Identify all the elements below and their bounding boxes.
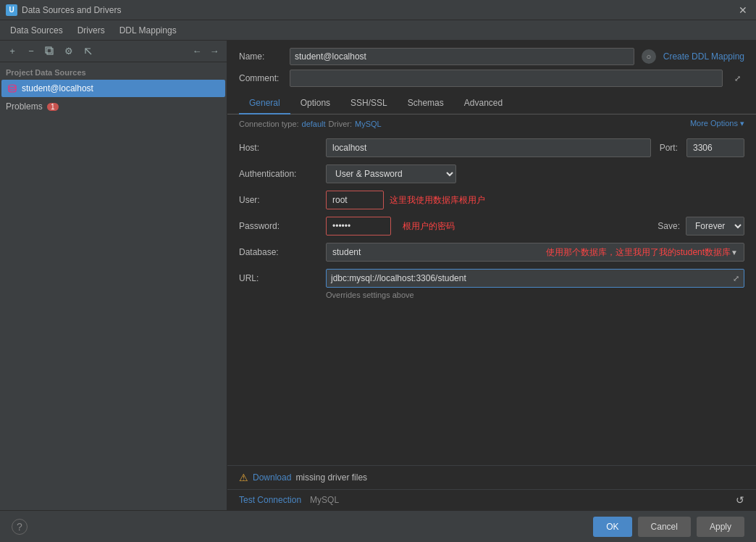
sidebar: + − ⚙ ← → Project Data Sources — [0, 41, 227, 510]
problems-section[interactable]: Problems 1 — [0, 97, 227, 116]
download-suffix: missing driver files — [295, 472, 367, 483]
title-bar: U Data Sources and Drivers ✕ — [0, 0, 756, 20]
test-connection-db: MySQL — [310, 495, 339, 505]
expand-icon[interactable]: ⤢ — [730, 71, 744, 86]
tabs-bar: General Options SSH/SSL Schemas Advanced — [227, 93, 756, 114]
export-button[interactable] — [80, 44, 96, 59]
problems-label: Problems — [6, 101, 43, 112]
host-label: Host: — [239, 143, 326, 153]
section-label: Project Data Sources — [0, 62, 227, 80]
tab-options[interactable]: Options — [290, 93, 340, 114]
settings-button[interactable]: ⚙ — [61, 44, 77, 59]
svg-rect-1 — [46, 47, 51, 53]
main-container: + − ⚙ ← → Project Data Sources — [0, 41, 756, 510]
bottom-bar: ? OK Cancel Apply — [0, 510, 756, 542]
duplicate-button[interactable] — [42, 44, 58, 59]
user-input[interactable] — [326, 191, 384, 209]
conn-type-value[interactable]: default — [302, 120, 326, 128]
database-value: student — [332, 247, 540, 257]
create-ddl-link[interactable]: Create DDL Mapping — [663, 51, 744, 62]
url-row: URL: jdbc:mysql://localhost:3306/student… — [239, 269, 744, 288]
name-label: Name: — [239, 51, 282, 62]
password-label: Password: — [239, 221, 326, 231]
user-row: User: 这里我使用数据库根用户 — [239, 191, 744, 209]
comment-row: Comment: ⤢ — [227, 70, 756, 93]
tab-general[interactable]: General — [239, 93, 290, 114]
host-input[interactable] — [326, 138, 651, 157]
url-field[interactable]: jdbc:mysql://localhost:3306/student ⤢ — [326, 269, 744, 288]
driver-value[interactable]: MySQL — [355, 120, 382, 128]
password-input[interactable] — [326, 217, 391, 235]
menu-drivers[interactable]: Drivers — [70, 22, 112, 38]
auth-row: Authentication: User & Password — [239, 164, 744, 183]
warning-icon: ⚠ — [239, 472, 248, 483]
svg-point-3 — [9, 85, 16, 88]
test-connection-link[interactable]: Test Connection — [239, 495, 301, 505]
db-icon — [7, 83, 17, 93]
save-select[interactable]: Forever Session — [686, 217, 744, 235]
forward-button[interactable]: → — [206, 44, 222, 59]
svg-rect-0 — [47, 49, 53, 54]
menu-bar: Data Sources Drivers DDL Mappings — [0, 20, 756, 41]
url-text: jdbc:mysql://localhost:3306/student — [331, 273, 733, 283]
ok-button[interactable]: OK — [593, 517, 631, 537]
auth-label: Authentication: — [239, 169, 326, 179]
apply-button[interactable]: Apply — [697, 517, 744, 537]
port-label: Port: — [660, 143, 678, 153]
tab-advanced[interactable]: Advanced — [454, 93, 513, 114]
right-panel: Name: ○ Create DDL Mapping Comment: ⤢ Ge… — [227, 41, 756, 510]
problems-badge: 1 — [47, 103, 59, 111]
user-label: User: — [239, 195, 326, 205]
url-label: URL: — [239, 273, 326, 283]
save-label: Save: — [658, 221, 680, 231]
conn-info-row: Connection type: default Driver: MySQL M… — [227, 114, 756, 133]
download-link[interactable]: Download — [253, 472, 291, 483]
remove-button[interactable]: − — [23, 44, 39, 59]
port-input[interactable] — [686, 138, 744, 157]
database-annotation: 使用那个数据库，这里我用了我的student数据库 — [546, 246, 731, 259]
tab-schemas[interactable]: Schemas — [398, 93, 454, 114]
database-dropdown-icon[interactable]: ▼ — [731, 249, 738, 257]
name-clear-button[interactable]: ○ — [642, 49, 656, 64]
database-field[interactable]: student 使用那个数据库，这里我用了我的student数据库 ▼ — [326, 243, 744, 262]
sidebar-toolbar: + − ⚙ ← → — [0, 41, 227, 62]
window-title: Data Sources and Drivers — [22, 5, 121, 15]
user-annotation: 这里我使用数据库根用户 — [390, 194, 485, 207]
name-row: Name: ○ Create DDL Mapping — [227, 41, 756, 70]
back-button[interactable]: ← — [189, 44, 205, 59]
menu-data-sources[interactable]: Data Sources — [3, 22, 70, 38]
password-annotation: 根用户的密码 — [403, 220, 455, 233]
help-button[interactable]: ? — [12, 519, 28, 535]
sidebar-item-label: student@localhost — [22, 83, 93, 93]
overrides-text: Overrides settings above — [239, 291, 744, 299]
tab-ssh-ssl[interactable]: SSH/SSL — [340, 93, 398, 114]
app-icon: U — [6, 4, 17, 16]
database-label: Database: — [239, 247, 326, 257]
close-button[interactable]: ✕ — [736, 4, 750, 16]
cancel-button[interactable]: Cancel — [638, 517, 691, 537]
host-row: Host: Port: — [239, 138, 744, 157]
comment-input[interactable] — [290, 70, 723, 87]
action-buttons: OK Cancel Apply — [593, 517, 744, 537]
sidebar-item-student[interactable]: student@localhost — [1, 80, 225, 97]
url-expand-icon[interactable]: ⤢ — [733, 274, 739, 283]
comment-label: Comment: — [239, 73, 282, 83]
refresh-icon[interactable]: ↺ — [736, 494, 744, 506]
download-row: ⚠ Download missing driver files — [227, 465, 756, 489]
more-options-button[interactable]: More Options ▾ — [690, 119, 744, 128]
name-input[interactable] — [290, 48, 634, 65]
test-connection-row: Test Connection MySQL ↺ — [227, 489, 756, 510]
password-row: Password: 根用户的密码 Save: Forever Session — [239, 217, 744, 235]
database-row: Database: student 使用那个数据库，这里我用了我的student… — [239, 243, 744, 262]
menu-ddl-mappings[interactable]: DDL Mappings — [112, 22, 184, 38]
form-area: Host: Port: Authentication: User & Passw… — [227, 133, 756, 465]
driver-label: Driver: — [329, 120, 352, 128]
add-button[interactable]: + — [4, 44, 20, 59]
conn-type-label: Connection type: — [239, 120, 299, 128]
auth-select[interactable]: User & Password — [326, 164, 456, 183]
svg-line-2 — [85, 49, 91, 54]
